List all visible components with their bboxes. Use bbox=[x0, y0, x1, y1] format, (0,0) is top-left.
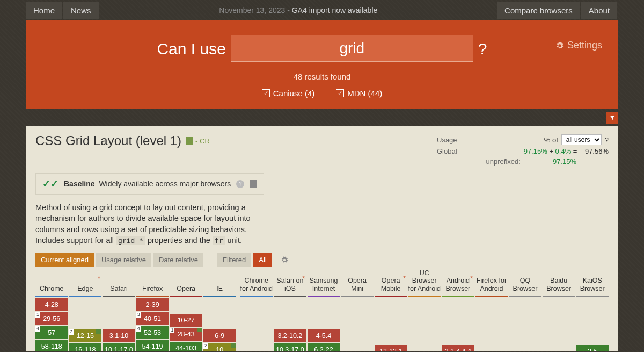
browser-header[interactable]: Firefox for Android bbox=[475, 273, 508, 296]
note-badge: 3 bbox=[136, 312, 141, 318]
source-caniuse-checkbox[interactable]: ✓ Caniuse (4) bbox=[262, 89, 315, 98]
global-pct: 97.15% bbox=[524, 147, 547, 155]
news-link[interactable]: GA4 import now available bbox=[292, 6, 378, 15]
browser-header[interactable]: Chrome for Android bbox=[240, 273, 273, 296]
checkmark-icon: ✓ bbox=[336, 89, 344, 97]
browser-header[interactable]: Baidu Browser bbox=[543, 273, 575, 296]
version-cell[interactable]: 12-152 bbox=[69, 329, 102, 342]
version-cell[interactable]: 10.1-17.0 bbox=[103, 343, 135, 351]
spec-status[interactable]: - CR bbox=[186, 137, 210, 145]
version-cell[interactable]: 52-534 bbox=[136, 326, 169, 339]
note-badge: 4 bbox=[35, 326, 40, 332]
browser-underline bbox=[35, 296, 68, 297]
note-star-icon: * bbox=[470, 274, 473, 283]
browser-underline bbox=[375, 296, 407, 297]
version-cell[interactable]: 16-118 bbox=[69, 343, 102, 351]
viewmode-usage[interactable]: Usage relative bbox=[96, 253, 151, 267]
browser-underline bbox=[341, 296, 374, 297]
note-star-icon: * bbox=[98, 274, 100, 283]
browser-header[interactable]: Opera bbox=[170, 273, 202, 296]
browser-header[interactable]: Edge* bbox=[69, 273, 102, 296]
version-cell[interactable]: 28-431 bbox=[170, 328, 202, 341]
browser-header[interactable]: KaiOS Browser bbox=[576, 273, 609, 296]
browser-header[interactable]: Safari bbox=[103, 273, 135, 296]
version-cell[interactable]: 6-9 bbox=[203, 329, 236, 342]
browser-underline bbox=[240, 296, 273, 297]
prefix-flag-icon bbox=[96, 329, 101, 334]
version-cell[interactable]: 29-561 bbox=[35, 312, 68, 325]
browser-underline bbox=[543, 296, 575, 297]
nav-compare[interactable]: Compare browsers bbox=[497, 2, 580, 19]
nav-about[interactable]: About bbox=[581, 2, 617, 19]
usage-scope-select[interactable]: all users bbox=[561, 134, 602, 145]
version-cell[interactable]: 4-5.4 bbox=[308, 329, 340, 342]
browser-column: Firefox for Android bbox=[475, 273, 508, 351]
browser-header[interactable]: Chrome bbox=[35, 273, 68, 296]
browser-column: Samsung Internet4-5.46.2-22 bbox=[308, 273, 340, 351]
source-mdn-checkbox[interactable]: ✓ MDN (44) bbox=[336, 89, 382, 98]
news-date: November 13, 2023 bbox=[219, 6, 285, 15]
browser-header[interactable]: UC Browser for Android bbox=[408, 273, 441, 296]
browser-header[interactable]: IE bbox=[203, 273, 236, 296]
version-cell[interactable]: 4-28 bbox=[35, 298, 68, 311]
viewmode-current[interactable]: Current aligned bbox=[35, 253, 94, 267]
browser-column: Android Browser*2.1-4.4.4 bbox=[442, 273, 474, 351]
baseline-help-icon[interactable]: ? bbox=[236, 180, 244, 188]
browser-underline bbox=[69, 296, 102, 297]
browser-underline bbox=[170, 296, 202, 297]
version-cell[interactable]: 574 bbox=[35, 326, 68, 339]
browser-underline bbox=[203, 296, 236, 297]
browser-header[interactable]: Safari on iOS* bbox=[274, 273, 306, 296]
version-cell[interactable]: 54-119 bbox=[136, 340, 169, 351]
usage-label: Usage bbox=[437, 136, 544, 144]
browser-header[interactable]: Opera Mini bbox=[341, 273, 374, 296]
usage-help[interactable]: ? bbox=[605, 136, 609, 144]
viewmode-filtered[interactable]: Filtered bbox=[217, 253, 251, 267]
global-extra: 0.4% bbox=[555, 147, 572, 155]
version-cell[interactable]: 12-12.1 bbox=[375, 345, 407, 351]
pctof-label: % of bbox=[544, 136, 558, 144]
browser-column: Chrome for Android bbox=[240, 273, 273, 351]
version-cell[interactable]: 6.2-22 bbox=[308, 343, 340, 351]
browser-column: Edge*12-15216-118 bbox=[69, 273, 102, 351]
viewmode-gear-icon[interactable] bbox=[281, 256, 288, 264]
search-input[interactable] bbox=[231, 35, 473, 62]
note-badge: 4 bbox=[136, 326, 141, 332]
feature-title: CSS Grid Layout (level 1) bbox=[35, 133, 181, 148]
viewmode-date[interactable]: Date relative bbox=[153, 253, 203, 267]
flag-icon[interactable] bbox=[250, 180, 257, 188]
version-cell[interactable]: 10-27 bbox=[170, 314, 202, 327]
nav-news[interactable]: News bbox=[63, 2, 99, 19]
browser-header[interactable]: Opera Mobile* bbox=[375, 273, 407, 296]
search-hero: Can I use ? Settings 48 results found ✓ … bbox=[26, 20, 618, 109]
browser-column: Firefox2-3940-51352-53454-119 bbox=[136, 273, 169, 351]
version-cell[interactable]: 58-118 bbox=[35, 340, 68, 351]
browser-header[interactable]: Android Browser* bbox=[442, 273, 474, 296]
version-cell[interactable]: 2-39 bbox=[136, 298, 169, 311]
browser-header[interactable]: Firefox bbox=[136, 273, 169, 296]
browser-header[interactable]: QQ Browser bbox=[509, 273, 541, 296]
viewmode-all[interactable]: All bbox=[253, 253, 272, 267]
browser-column: Opera Mini bbox=[341, 273, 374, 351]
version-cell[interactable]: 2.5 bbox=[576, 345, 609, 351]
filter-button[interactable] bbox=[606, 112, 618, 124]
settings-button[interactable]: Settings bbox=[555, 40, 602, 51]
version-cell[interactable]: 3.1-10 bbox=[103, 329, 135, 342]
browser-header[interactable]: Samsung Internet bbox=[308, 273, 340, 296]
browser-underline bbox=[475, 296, 508, 297]
results-count: 48 results found bbox=[36, 72, 608, 81]
feature-description: Method of using a grid concept to lay ou… bbox=[35, 202, 272, 246]
browser-column: Chrome4-2829-56157458-118 bbox=[35, 273, 68, 351]
nav-home[interactable]: Home bbox=[26, 2, 62, 19]
checkmark-icon: ✓ bbox=[262, 89, 270, 97]
version-cell[interactable]: 2.1-4.4.4 bbox=[442, 345, 474, 351]
version-cell[interactable]: 10.3-17.0 bbox=[274, 343, 306, 351]
browser-column: KaiOS Browser2.5 bbox=[576, 273, 609, 351]
version-cell[interactable]: 102 bbox=[203, 343, 236, 351]
settings-label: Settings bbox=[567, 40, 602, 51]
baseline-check-icon: ✓✓ bbox=[42, 178, 58, 190]
gear-icon bbox=[555, 41, 564, 50]
version-cell[interactable]: 3.2-10.2 bbox=[274, 329, 306, 342]
version-cell[interactable]: 44-103 bbox=[170, 342, 202, 351]
version-cell[interactable]: 40-513 bbox=[136, 312, 169, 325]
